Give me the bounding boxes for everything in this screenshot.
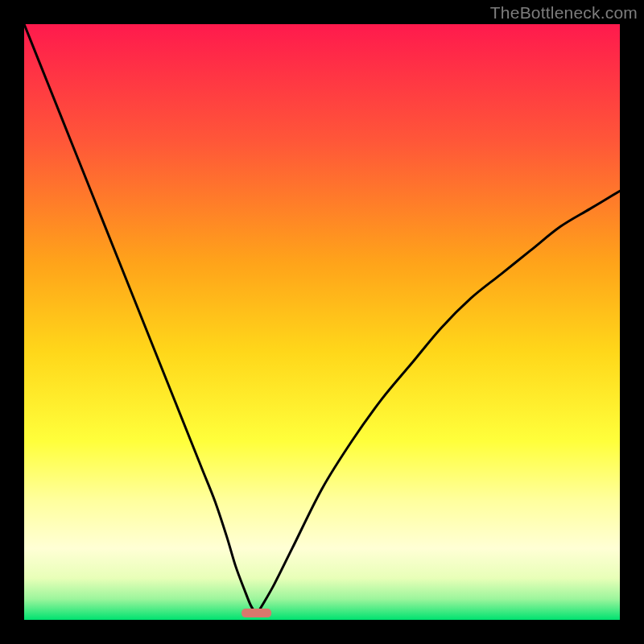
notch-marker xyxy=(242,609,271,617)
plot-area xyxy=(24,24,620,620)
gradient-background xyxy=(24,24,620,620)
chart-frame: TheBottleneck.com xyxy=(0,0,644,644)
watermark-text: TheBottleneck.com xyxy=(490,3,638,23)
chart-svg xyxy=(24,24,620,620)
